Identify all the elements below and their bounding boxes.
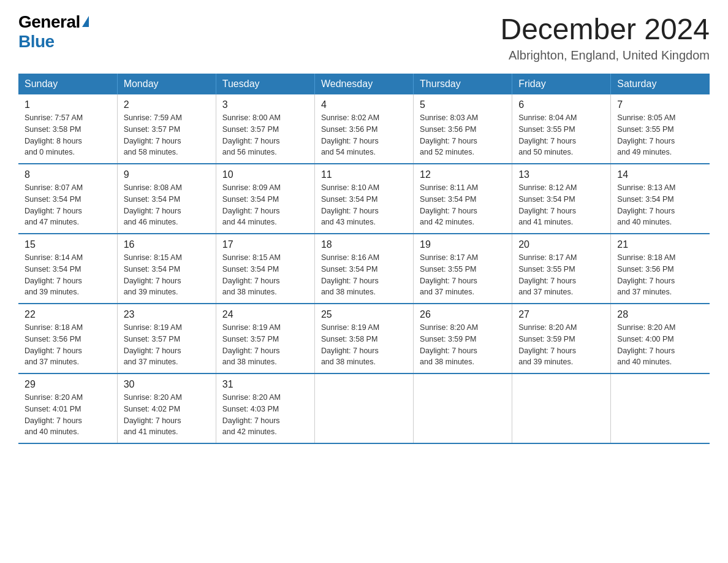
day-info: Sunrise: 8:15 AMSunset: 3:54 PMDaylight:… (124, 252, 210, 298)
calendar-day-cell (611, 373, 710, 443)
day-number: 10 (222, 169, 308, 180)
day-info: Sunrise: 8:20 AMSunset: 3:59 PMDaylight:… (420, 322, 506, 368)
calendar-day-cell: 9 Sunrise: 8:08 AMSunset: 3:54 PMDayligh… (117, 164, 216, 234)
logo-triangle-icon (82, 16, 89, 27)
calendar-day-cell: 8 Sunrise: 8:07 AMSunset: 3:54 PMDayligh… (18, 164, 117, 234)
day-number: 26 (420, 309, 506, 320)
day-info: Sunrise: 8:19 AMSunset: 3:57 PMDaylight:… (124, 322, 210, 368)
day-number: 22 (25, 309, 111, 320)
calendar-day-cell: 12 Sunrise: 8:11 AMSunset: 3:54 PMDaylig… (414, 164, 512, 234)
calendar-week-row: 1 Sunrise: 7:57 AMSunset: 3:58 PMDayligh… (18, 94, 710, 164)
calendar-day-cell: 7 Sunrise: 8:05 AMSunset: 3:55 PMDayligh… (611, 94, 710, 164)
calendar-day-cell: 31 Sunrise: 8:20 AMSunset: 4:03 PMDaylig… (216, 373, 314, 443)
day-number: 2 (124, 99, 210, 110)
calendar-table: SundayMondayTuesdayWednesdayThursdayFrid… (18, 74, 710, 444)
calendar-day-cell: 19 Sunrise: 8:17 AMSunset: 3:55 PMDaylig… (414, 234, 512, 304)
day-number: 31 (222, 379, 308, 390)
calendar-day-cell: 22 Sunrise: 8:18 AMSunset: 3:56 PMDaylig… (18, 304, 117, 373)
calendar-day-cell: 2 Sunrise: 7:59 AMSunset: 3:57 PMDayligh… (117, 94, 216, 164)
day-number: 13 (518, 169, 604, 180)
day-number: 16 (124, 239, 210, 250)
day-number: 7 (617, 99, 703, 110)
day-info: Sunrise: 8:12 AMSunset: 3:54 PMDaylight:… (518, 182, 604, 228)
day-info: Sunrise: 7:59 AMSunset: 3:57 PMDaylight:… (124, 112, 210, 158)
day-number: 9 (124, 169, 210, 180)
calendar-day-header: Thursday (414, 74, 512, 94)
day-info: Sunrise: 8:11 AMSunset: 3:54 PMDaylight:… (420, 182, 506, 228)
day-number: 27 (518, 309, 604, 320)
day-number: 14 (617, 169, 703, 180)
calendar-day-cell: 14 Sunrise: 8:13 AMSunset: 3:54 PMDaylig… (611, 164, 710, 234)
day-number: 23 (124, 309, 210, 320)
day-number: 19 (420, 239, 506, 250)
calendar-day-cell: 4 Sunrise: 8:02 AMSunset: 3:56 PMDayligh… (314, 94, 413, 164)
calendar-day-cell: 17 Sunrise: 8:15 AMSunset: 3:54 PMDaylig… (216, 234, 314, 304)
day-number: 30 (124, 379, 210, 390)
day-number: 15 (25, 239, 111, 250)
calendar-day-cell: 30 Sunrise: 8:20 AMSunset: 4:02 PMDaylig… (117, 373, 216, 443)
day-info: Sunrise: 8:07 AMSunset: 3:54 PMDaylight:… (25, 182, 111, 228)
calendar-day-cell (314, 373, 413, 443)
calendar-day-cell: 20 Sunrise: 8:17 AMSunset: 3:55 PMDaylig… (512, 234, 611, 304)
logo-blue-text: Blue (18, 32, 55, 51)
calendar-day-header: Saturday (611, 74, 710, 94)
day-info: Sunrise: 8:20 AMSunset: 4:02 PMDaylight:… (124, 392, 210, 438)
day-info: Sunrise: 8:16 AMSunset: 3:54 PMDaylight:… (321, 252, 407, 298)
day-info: Sunrise: 8:19 AMSunset: 3:57 PMDaylight:… (222, 322, 308, 368)
calendar-day-cell: 11 Sunrise: 8:10 AMSunset: 3:54 PMDaylig… (314, 164, 413, 234)
day-number: 3 (222, 99, 308, 110)
calendar-week-row: 29 Sunrise: 8:20 AMSunset: 4:01 PMDaylig… (18, 373, 710, 443)
logo: General Blue (18, 12, 89, 52)
calendar-week-row: 15 Sunrise: 8:14 AMSunset: 3:54 PMDaylig… (18, 234, 710, 304)
day-info: Sunrise: 8:14 AMSunset: 3:54 PMDaylight:… (25, 252, 111, 298)
calendar-day-cell: 15 Sunrise: 8:14 AMSunset: 3:54 PMDaylig… (18, 234, 117, 304)
location-text: Albrighton, England, United Kingdom (500, 48, 710, 63)
day-number: 29 (25, 379, 111, 390)
calendar-week-row: 8 Sunrise: 8:07 AMSunset: 3:54 PMDayligh… (18, 164, 710, 234)
day-info: Sunrise: 7:57 AMSunset: 3:58 PMDaylight:… (25, 112, 111, 158)
day-number: 24 (222, 309, 308, 320)
day-number: 5 (420, 99, 506, 110)
page-header: General Blue December 2024 Albrighton, E… (18, 12, 710, 63)
calendar-day-cell: 3 Sunrise: 8:00 AMSunset: 3:57 PMDayligh… (216, 94, 314, 164)
month-title: December 2024 (500, 12, 710, 46)
day-number: 12 (420, 169, 506, 180)
day-number: 21 (617, 239, 703, 250)
calendar-day-cell: 6 Sunrise: 8:04 AMSunset: 3:55 PMDayligh… (512, 94, 611, 164)
calendar-day-cell: 13 Sunrise: 8:12 AMSunset: 3:54 PMDaylig… (512, 164, 611, 234)
logo-general-text: General (18, 12, 80, 32)
calendar-day-cell: 26 Sunrise: 8:20 AMSunset: 3:59 PMDaylig… (414, 304, 512, 373)
calendar-day-cell: 28 Sunrise: 8:20 AMSunset: 4:00 PMDaylig… (611, 304, 710, 373)
calendar-week-row: 22 Sunrise: 8:18 AMSunset: 3:56 PMDaylig… (18, 304, 710, 373)
day-info: Sunrise: 8:17 AMSunset: 3:55 PMDaylight:… (518, 252, 604, 298)
day-number: 8 (25, 169, 111, 180)
day-info: Sunrise: 8:05 AMSunset: 3:55 PMDaylight:… (617, 112, 703, 158)
day-number: 17 (222, 239, 308, 250)
day-info: Sunrise: 8:13 AMSunset: 3:54 PMDaylight:… (617, 182, 703, 228)
calendar-day-header: Monday (117, 74, 216, 94)
calendar-header-row: SundayMondayTuesdayWednesdayThursdayFrid… (18, 74, 710, 94)
calendar-day-header: Sunday (18, 74, 117, 94)
day-number: 18 (321, 239, 407, 250)
calendar-day-header: Friday (512, 74, 611, 94)
calendar-day-cell: 24 Sunrise: 8:19 AMSunset: 3:57 PMDaylig… (216, 304, 314, 373)
calendar-day-cell: 25 Sunrise: 8:19 AMSunset: 3:58 PMDaylig… (314, 304, 413, 373)
day-number: 4 (321, 99, 407, 110)
day-number: 25 (321, 309, 407, 320)
day-info: Sunrise: 8:18 AMSunset: 3:56 PMDaylight:… (617, 252, 703, 298)
calendar-day-cell: 5 Sunrise: 8:03 AMSunset: 3:56 PMDayligh… (414, 94, 512, 164)
calendar-day-cell: 29 Sunrise: 8:20 AMSunset: 4:01 PMDaylig… (18, 373, 117, 443)
day-number: 11 (321, 169, 407, 180)
day-info: Sunrise: 8:00 AMSunset: 3:57 PMDaylight:… (222, 112, 308, 158)
title-section: December 2024 Albrighton, England, Unite… (500, 12, 710, 63)
calendar-day-header: Wednesday (314, 74, 413, 94)
calendar-day-cell (512, 373, 611, 443)
day-info: Sunrise: 8:20 AMSunset: 4:01 PMDaylight:… (25, 392, 111, 438)
day-info: Sunrise: 8:10 AMSunset: 3:54 PMDaylight:… (321, 182, 407, 228)
day-info: Sunrise: 8:20 AMSunset: 4:00 PMDaylight:… (617, 322, 703, 368)
day-info: Sunrise: 8:15 AMSunset: 3:54 PMDaylight:… (222, 252, 308, 298)
calendar-day-cell: 10 Sunrise: 8:09 AMSunset: 3:54 PMDaylig… (216, 164, 314, 234)
day-info: Sunrise: 8:20 AMSunset: 4:03 PMDaylight:… (222, 392, 308, 438)
calendar-day-cell: 16 Sunrise: 8:15 AMSunset: 3:54 PMDaylig… (117, 234, 216, 304)
calendar-day-header: Tuesday (216, 74, 314, 94)
